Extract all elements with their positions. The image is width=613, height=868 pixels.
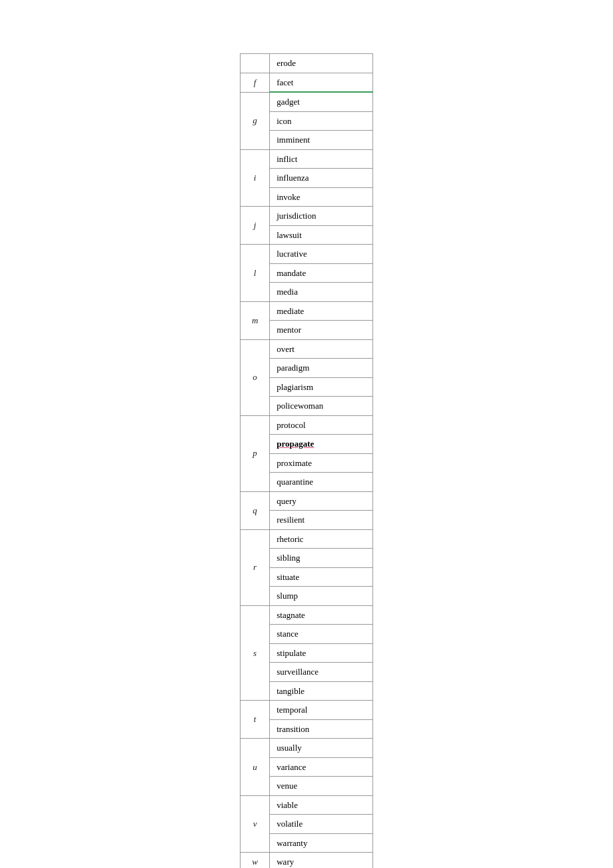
- word-cell: situate: [270, 567, 373, 587]
- word-cell: transition: [270, 719, 373, 739]
- word-cell: quarantine: [270, 473, 373, 492]
- table-row: ggadget: [241, 92, 373, 111]
- word-cell: jurisdiction: [270, 207, 373, 226]
- word-cell: query: [270, 491, 373, 511]
- letter-cell: f: [241, 73, 270, 92]
- table-row: ttemporal: [241, 701, 373, 720]
- letter-cell: u: [241, 739, 270, 796]
- vocab-table: erodeffacetggadgeticonimminentiinflictin…: [240, 53, 373, 868]
- table-row: uusually: [241, 739, 373, 758]
- word-cell: facet: [270, 73, 373, 92]
- word-cell: lucrative: [270, 245, 373, 264]
- word-cell: stipulate: [270, 643, 373, 663]
- word-cell: mentor: [270, 321, 373, 340]
- table-row: jjurisdiction: [241, 207, 373, 226]
- letter-cell: t: [241, 701, 270, 739]
- word-cell: wary: [270, 853, 373, 869]
- word-cell: venue: [270, 777, 373, 796]
- letter-cell: o: [241, 339, 270, 415]
- letter-cell: i: [241, 149, 270, 207]
- word-cell: volatile: [270, 815, 373, 834]
- word-cell: invoke: [270, 187, 373, 207]
- table-row: iinflict: [241, 149, 373, 169]
- word-cell: lawsuit: [270, 225, 373, 245]
- page-container: erodeffacetggadgeticonimminentiinflictin…: [0, 0, 613, 868]
- table-row: qquery: [241, 491, 373, 511]
- word-cell: icon: [270, 111, 373, 131]
- word-cell: warranty: [270, 833, 373, 853]
- table-row: rrhetoric: [241, 529, 373, 549]
- word-cell: influenza: [270, 169, 373, 188]
- table-row: wwary: [241, 853, 373, 869]
- word-cell: rhetoric: [270, 529, 373, 549]
- letter-cell: [241, 54, 270, 73]
- word-cell: temporal: [270, 701, 373, 720]
- word-cell: resilient: [270, 511, 373, 530]
- word-cell: protocol: [270, 415, 373, 435]
- letter-cell: l: [241, 245, 270, 302]
- word-cell: propagate: [270, 435, 373, 454]
- word-cell: mediate: [270, 301, 373, 321]
- word-cell: paradigm: [270, 359, 373, 378]
- word-cell: tangible: [270, 681, 373, 701]
- word-cell: erode: [270, 54, 373, 73]
- word-cell: stagnate: [270, 605, 373, 625]
- word-cell: proximate: [270, 453, 373, 473]
- table-row: oovert: [241, 339, 373, 359]
- word-cell: stance: [270, 625, 373, 644]
- table-row: llucrative: [241, 245, 373, 264]
- table-row: ffacet: [241, 73, 373, 92]
- word-cell: mandate: [270, 263, 373, 283]
- word-cell: inflict: [270, 149, 373, 169]
- letter-cell: v: [241, 795, 270, 853]
- word-cell: plagiarism: [270, 377, 373, 397]
- table-row: vviable: [241, 795, 373, 815]
- letter-cell: m: [241, 301, 270, 339]
- letter-cell: j: [241, 207, 270, 245]
- word-cell: usually: [270, 739, 373, 758]
- letter-cell: s: [241, 605, 270, 701]
- word-cell: viable: [270, 795, 373, 815]
- table-row: sstagnate: [241, 605, 373, 625]
- table-row: erode: [241, 54, 373, 73]
- letter-cell: r: [241, 529, 270, 605]
- word-cell: slump: [270, 587, 373, 606]
- letter-cell: q: [241, 491, 270, 529]
- word-cell: variance: [270, 757, 373, 777]
- word-cell: overt: [270, 339, 373, 359]
- word-cell: surveillance: [270, 663, 373, 682]
- letter-cell: p: [241, 415, 270, 491]
- table-row: pprotocol: [241, 415, 373, 435]
- letter-cell: w: [241, 853, 270, 869]
- word-cell: imminent: [270, 131, 373, 150]
- word-cell: sibling: [270, 549, 373, 568]
- word-cell: policewoman: [270, 397, 373, 416]
- table-row: mmediate: [241, 301, 373, 321]
- letter-cell: g: [241, 92, 270, 149]
- word-cell: media: [270, 283, 373, 302]
- word-cell: gadget: [270, 92, 373, 111]
